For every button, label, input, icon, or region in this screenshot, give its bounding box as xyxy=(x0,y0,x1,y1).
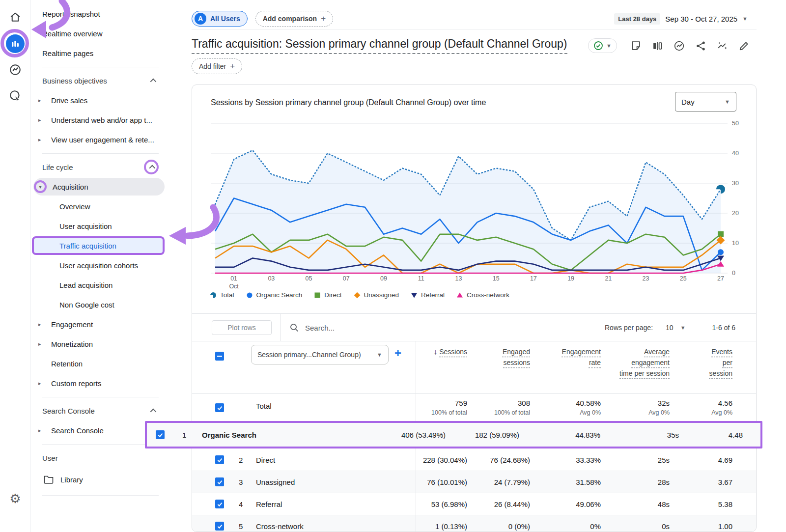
metric-value: 76 (10.01%) xyxy=(416,478,467,486)
sidebar-item-non-google-cost[interactable]: Non Google cost xyxy=(31,295,179,314)
row-checkbox[interactable] xyxy=(215,455,224,464)
sidebar-item-view-user-engagement-rete[interactable]: ▸View user engagement & rete... xyxy=(31,130,179,149)
data-quality-chip[interactable]: ▼ xyxy=(588,38,617,53)
expand-arrow-icon[interactable]: ▸ xyxy=(38,117,41,123)
edit-icon[interactable] xyxy=(738,40,750,52)
sidebar-item-business-objectives: Business objectives xyxy=(31,71,179,90)
chevron-up-icon[interactable] xyxy=(146,404,159,417)
column-header-engaged-sessions[interactable]: Engaged sessions xyxy=(467,346,530,379)
explore-icon[interactable] xyxy=(6,60,25,79)
add-dimension-button[interactable]: + xyxy=(394,347,401,359)
sidebar-item-custom-reports[interactable]: ▸Custom reports xyxy=(31,373,179,393)
metric-value: 228 (30.04%) xyxy=(416,456,467,464)
x-axis-label: 27 xyxy=(710,275,731,282)
expand-arrow-icon[interactable]: ▸ xyxy=(38,97,41,104)
column-header-sessions[interactable]: ↓Sessions xyxy=(416,346,467,379)
column-header-events-per-session[interactable]: Events per session xyxy=(670,346,732,379)
row-checkbox[interactable] xyxy=(215,522,224,531)
add-comparison-button[interactable]: Add comparison + xyxy=(255,11,333,27)
page-title[interactable]: Traffic acquisition: Session primary cha… xyxy=(192,37,567,54)
row-checkbox[interactable] xyxy=(156,430,165,439)
table-row-referral[interactable]: 4Referral53 (6.98%)26 (8.44%)49.06%48s5.… xyxy=(192,493,757,515)
chevron-down-icon[interactable]: ▼ xyxy=(742,16,748,22)
sessions-line-chart[interactable]: 5040302010001Oct030507091113151719212325… xyxy=(211,119,749,291)
sidebar-item-user-acquisition[interactable]: User acquisition xyxy=(31,216,179,236)
annotation-ring-reports xyxy=(0,29,29,57)
add-filter-button[interactable]: Add filter + xyxy=(192,58,242,74)
home-icon[interactable] xyxy=(6,8,25,27)
chevron-up-icon[interactable] xyxy=(144,160,159,174)
total-cell: 40.58%Avg 0% xyxy=(530,394,601,421)
chart-title: Sessions by Session primary channel grou… xyxy=(211,98,486,107)
sparkle-insights-icon[interactable] xyxy=(717,40,728,52)
sidebar-item-search-console: Search Console xyxy=(31,401,179,420)
sidebar-item-monetization[interactable]: ▸Monetization xyxy=(31,334,179,354)
x-axis-label: 21 xyxy=(597,275,619,282)
total-row-checkbox[interactable] xyxy=(215,403,224,412)
plot-rows-button[interactable]: Plot rows xyxy=(212,320,272,335)
select-all-checkbox[interactable] xyxy=(215,352,224,361)
expand-arrow-icon[interactable]: ▸ xyxy=(38,137,41,143)
metric-value: 182 (59.09%) xyxy=(446,431,519,439)
row-checkbox[interactable] xyxy=(215,500,224,508)
divider xyxy=(192,29,757,29)
row-rank: 1 xyxy=(182,431,186,439)
sidebar-item-overview[interactable]: Overview xyxy=(31,196,179,216)
legend-item-organic-search: Organic Search xyxy=(246,291,303,299)
settings-gear-icon[interactable]: ⚙ xyxy=(6,489,25,508)
metric-value: 44.83% xyxy=(527,431,600,439)
ga4-traffic-acquisition-screen: ⚙ Reports snapshotRealtime overviewRealt… xyxy=(0,0,786,532)
x-axis-label: 15 xyxy=(485,275,507,282)
sidebar-item-acquisition[interactable]: ▾Acquisition xyxy=(31,177,179,196)
rows-per-page-value[interactable]: 10 xyxy=(666,324,674,332)
row-rank: 4 xyxy=(239,500,243,508)
sidebar-item-user-acquisition-cohorts[interactable]: User acquisition cohorts xyxy=(31,255,179,275)
sidebar-item-traffic-acquisition[interactable]: Traffic acquisition xyxy=(31,236,179,255)
y-axis-label: 0 xyxy=(732,270,747,277)
compare-icon[interactable] xyxy=(652,40,663,52)
metric-value: 0% xyxy=(530,522,601,531)
row-checkbox[interactable] xyxy=(215,477,224,486)
sidebar-item-lead-acquisition[interactable]: Lead acquisition xyxy=(31,275,179,295)
sidebar-item-realtime-pages[interactable]: Realtime pages xyxy=(31,43,179,63)
chevron-up-icon[interactable] xyxy=(146,74,159,87)
legend-item-cross-network: Cross-network xyxy=(456,291,509,299)
expand-arrow-icon[interactable]: ▸ xyxy=(38,380,41,387)
pagination-range: 1-6 of 6 xyxy=(712,324,735,332)
sidebar-item-realtime-overview[interactable]: Realtime overview xyxy=(31,24,179,43)
table-row-cross-network[interactable]: 5Cross-network1 (0.13%)0 (0%)0%0s1.00 xyxy=(192,515,757,532)
sidebar-item-retention[interactable]: Retention xyxy=(31,354,179,373)
sidebar-item-reports-snapshot[interactable]: Reports snapshot xyxy=(31,4,179,24)
metric-value: 24 (7.79%) xyxy=(467,478,530,486)
search-icon xyxy=(289,323,299,333)
column-header-engagement-rate[interactable]: Engagement rate xyxy=(530,346,601,379)
dimension-selector[interactable]: Session primary...Channel Group) ▼ xyxy=(251,345,389,364)
note-icon[interactable] xyxy=(630,40,642,52)
sidebar-item-library[interactable]: Library xyxy=(31,468,179,491)
all-users-chip[interactable]: A All Users xyxy=(192,11,248,27)
table-row-unassigned[interactable]: 3Unassigned76 (10.01%)24 (7.79%)31.58%28… xyxy=(192,471,757,493)
metric-value: 406 (53.49%) xyxy=(372,431,446,439)
column-header-average-engagement-time-per-session[interactable]: Average engagement time per session xyxy=(601,346,670,379)
granularity-select[interactable]: Day ▼ xyxy=(675,92,736,112)
x-axis-label: 09 xyxy=(373,275,394,282)
expand-arrow-icon[interactable]: ▸ xyxy=(38,341,41,347)
metric-value: 28s xyxy=(601,478,670,486)
sidebar-item-drive-sales[interactable]: ▸Drive sales xyxy=(31,90,179,110)
advertising-icon[interactable] xyxy=(6,86,25,105)
sidebar-item-engagement[interactable]: ▸Engagement xyxy=(31,314,179,334)
chevron-down-icon[interactable]: ▼ xyxy=(680,325,686,331)
x-axis-label: 01Oct xyxy=(223,275,245,290)
date-range-selector[interactable]: Sep 30 - Oct 27, 2025 xyxy=(665,15,737,23)
audience-badge: A xyxy=(195,13,206,25)
collapse-caret-icon[interactable]: ▾ xyxy=(34,180,47,193)
expand-arrow-icon[interactable]: ▸ xyxy=(38,321,41,328)
reports-sidebar: Reports snapshotRealtime overviewRealtim… xyxy=(31,0,179,532)
insights-icon[interactable] xyxy=(674,40,685,52)
table-search[interactable]: Search... xyxy=(289,320,335,335)
expand-arrow-icon[interactable]: ▸ xyxy=(38,427,41,434)
table-row-direct[interactable]: 2Direct228 (30.04%)76 (24.68%)33.33%25s4… xyxy=(192,449,757,471)
sidebar-item-understand-web-and-or-app-t[interactable]: ▸Understand web and/or app t... xyxy=(31,110,179,130)
share-icon[interactable] xyxy=(695,40,706,52)
annotation-box-organic-search-row[interactable]: 1Organic Search406 (53.49%)182 (59.09%)4… xyxy=(145,421,762,448)
